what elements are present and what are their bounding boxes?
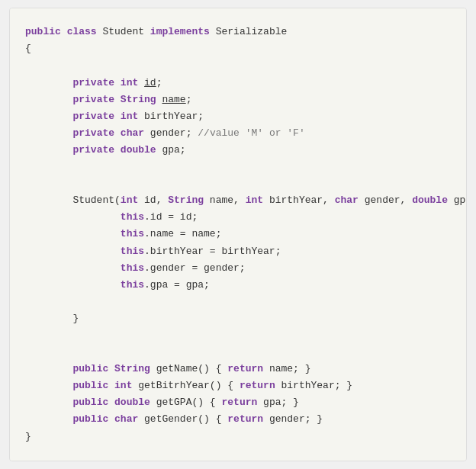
code-line-blank-5 (25, 327, 451, 344)
code-line-3: private int id; (25, 75, 451, 92)
code-line-4: private String name; (25, 92, 451, 108)
code-line-blank-3 (25, 175, 451, 192)
code-line-14: } (25, 310, 451, 327)
code-line-6: private char gender; //value 'M' or 'F' (25, 125, 451, 142)
code-line-blank-4 (25, 294, 451, 310)
code-line-8: Student(int id, String name, int birthYe… (25, 192, 451, 209)
code-line-19: } (25, 429, 451, 445)
code-line-16: public int getBitrhYear() { return birth… (25, 377, 451, 394)
code-line-blank-6 (25, 344, 451, 361)
code-line-2: { (25, 40, 451, 57)
code-line-13: this.gpa = gpa; (25, 277, 451, 294)
code-line-9: this.id = id; (25, 209, 451, 226)
code-line-1: public class Student implements Serializ… (25, 24, 451, 40)
code-line-blank-2 (25, 159, 451, 175)
code-line-15: public String getName() { return name; } (25, 361, 451, 377)
code-line-10: this.name = name; (25, 226, 451, 243)
code-line-17: public double getGPA() { return gpa; } (25, 394, 451, 411)
code-line-5: private int birthYear; (25, 108, 451, 125)
code-line-11: this.birthYear = birthYear; (25, 243, 451, 260)
code-line-12: this.gender = gender; (25, 260, 451, 277)
code-line-18: public char getGender() { return gender;… (25, 411, 451, 428)
code-line-blank-1 (25, 58, 451, 75)
code-line-7: private double gpa; (25, 142, 451, 159)
code-editor: public class Student implements Serializ… (9, 8, 467, 461)
